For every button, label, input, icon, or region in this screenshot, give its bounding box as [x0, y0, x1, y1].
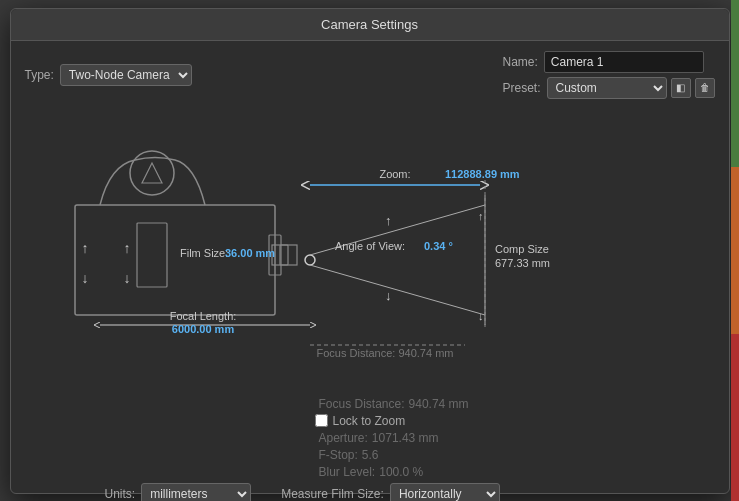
svg-text:↓: ↓	[81, 270, 88, 286]
lock-to-zoom-label[interactable]: Lock to Zoom	[333, 414, 406, 428]
svg-text:677.33 mm: 677.33 mm	[495, 257, 550, 269]
type-dropdown[interactable]: Two-Node Camera One-Node Camera	[60, 64, 192, 86]
preset-delete-btn[interactable]: 🗑	[695, 78, 715, 98]
aperture-label: Aperture:	[319, 431, 368, 445]
svg-text:0.34 °: 0.34 °	[424, 240, 453, 252]
name-input[interactable]	[544, 51, 704, 73]
fstop-value: 5.6	[362, 448, 379, 462]
svg-text:Film Size:: Film Size:	[180, 247, 228, 259]
orange-bar	[731, 167, 739, 334]
camera-diagram: ↑ ↓ ↑ ↓	[25, 105, 709, 398]
dialog-title: Camera Settings	[11, 9, 729, 41]
preset-label: Preset:	[502, 81, 540, 95]
svg-text:Angle of View:: Angle of View:	[335, 240, 405, 252]
measure-film-size-label: Measure Film Size:	[281, 487, 384, 501]
fstop-label: F-Stop:	[319, 448, 358, 462]
svg-text:Zoom:: Zoom:	[379, 168, 410, 180]
preset-dropdown[interactable]: Custom 35mm HDTV 1080	[547, 77, 667, 99]
side-color-bars	[731, 0, 739, 501]
units-label: Units:	[105, 487, 136, 501]
aperture-value: 1071.43 mm	[372, 431, 439, 445]
svg-text:↓: ↓	[478, 310, 484, 322]
name-label: Name:	[502, 55, 537, 69]
svg-text:↓: ↓	[123, 270, 130, 286]
type-label: Type:	[25, 68, 54, 82]
svg-text:112888.89 mm: 112888.89 mm	[445, 168, 520, 180]
lock-to-zoom-checkbox[interactable]	[315, 414, 328, 427]
svg-text:↑: ↑	[123, 240, 130, 256]
red-bar	[731, 334, 739, 501]
measure-film-size-dropdown[interactable]: Horizontally Vertically	[390, 483, 500, 502]
focus-distance-value: 940.74 mm	[409, 397, 469, 411]
svg-text:↑: ↑	[478, 210, 484, 222]
blur-level-value: 100.0 %	[379, 465, 423, 479]
svg-text:6000.00 mm: 6000.00 mm	[171, 323, 234, 335]
green-bar	[731, 0, 739, 167]
preset-save-btn[interactable]: ◧	[671, 78, 691, 98]
svg-text:Comp Size: Comp Size	[495, 243, 549, 255]
svg-text:Focus Distance:  940.74 mm: Focus Distance: 940.74 mm	[316, 347, 453, 359]
blur-level-label: Blur Level:	[319, 465, 376, 479]
camera-settings-dialog: Camera Settings Type: Two-Node Camera On…	[10, 8, 730, 494]
svg-text:↑: ↑	[385, 213, 392, 228]
svg-text:↓: ↓	[385, 288, 392, 303]
svg-text:Focal Length:: Focal Length:	[169, 310, 236, 322]
svg-text:↑: ↑	[81, 240, 88, 256]
units-dropdown[interactable]: millimeters inches pixels	[141, 483, 251, 502]
svg-text:36.00 mm: 36.00 mm	[225, 247, 275, 259]
focus-distance-label: Focus Distance:	[319, 397, 405, 411]
diagram-svg: ↑ ↓ ↑ ↓	[25, 105, 605, 395]
